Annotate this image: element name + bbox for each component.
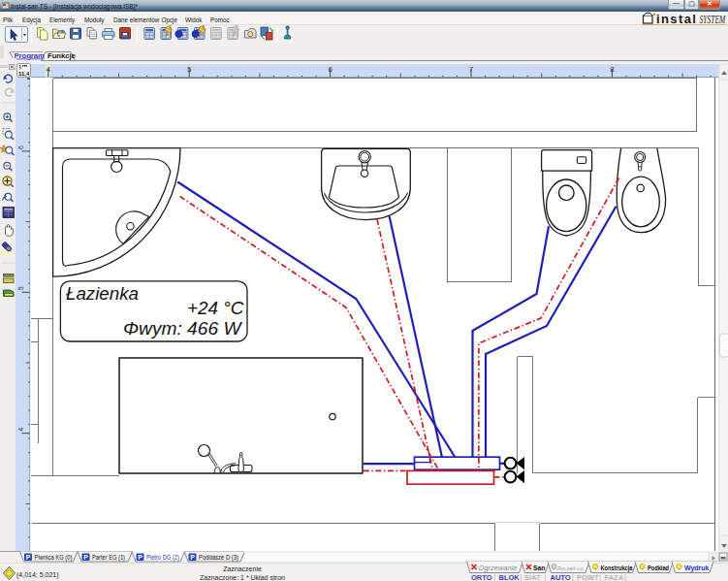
svg-text:Φwym: 466 W: Φwym: 466 W	[123, 319, 243, 339]
svg-text:Poddasze D (3): Poddasze D (3)	[199, 554, 238, 562]
svg-text:Podkład: Podkład	[648, 565, 669, 571]
svg-text:+24 °C: +24 °C	[187, 299, 245, 318]
svg-text:Łazienka: Łazienka	[66, 284, 139, 304]
svg-text:Pietro DG (2): Pietro DG (2)	[146, 554, 179, 562]
svg-text:Wydruk: Wydruk	[684, 565, 710, 572]
svg-text:Ogrzewanie: Ogrzewanie	[479, 565, 518, 572]
svg-text:P: P	[26, 554, 31, 561]
svg-text:POWT: POWT	[577, 573, 599, 581]
svg-text:BLOK: BLOK	[499, 573, 521, 581]
svg-text:Piwnica KG (0): Piwnica KG (0)	[35, 554, 73, 562]
svg-text:P: P	[138, 554, 142, 561]
svg-text:P: P	[83, 554, 88, 561]
svg-text:P: P	[190, 554, 195, 561]
svg-text:FAZA: FAZA	[605, 573, 624, 581]
svg-text:AUTO: AUTO	[551, 573, 571, 581]
svg-text:Konstrukcja: Konstrukcja	[601, 565, 633, 572]
svg-text:Parter EG (1): Parter EG (1)	[92, 554, 125, 562]
svg-text:SIAT: SIAT	[524, 573, 541, 581]
svg-text:San: San	[533, 565, 546, 571]
svg-text:Rys.pętli o.p.: Rys.pętli o.p.	[557, 565, 585, 571]
svg-text:ORTO: ORTO	[471, 573, 492, 581]
